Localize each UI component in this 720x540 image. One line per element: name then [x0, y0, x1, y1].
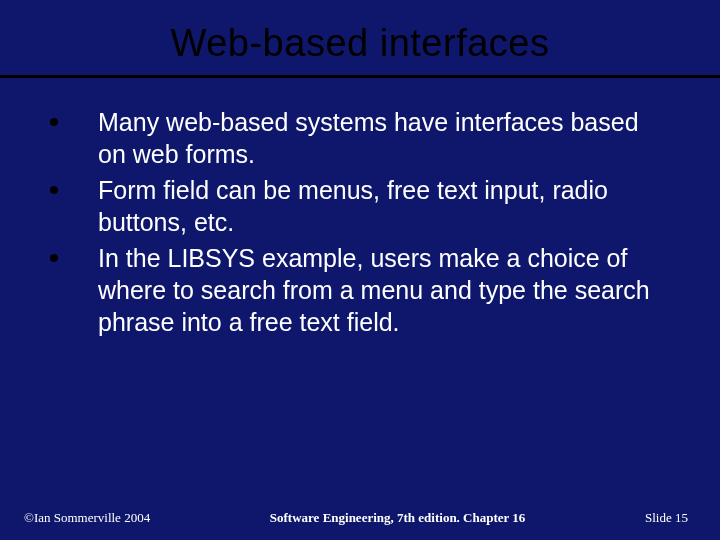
bullet-text: In the LIBSYS example, users make a choi…: [98, 242, 670, 338]
slide-body: Many web-based systems have interfaces b…: [0, 78, 720, 338]
title-area: Web-based interfaces: [0, 0, 720, 65]
list-item: Many web-based systems have interfaces b…: [44, 106, 670, 170]
bullet-icon: [50, 186, 58, 194]
bullet-list: Many web-based systems have interfaces b…: [44, 106, 670, 338]
bullet-text: Many web-based systems have interfaces b…: [98, 106, 670, 170]
list-item: In the LIBSYS example, users make a choi…: [44, 242, 670, 338]
bullet-text: Form field can be menus, free text input…: [98, 174, 670, 238]
footer-slide-num: 15: [675, 510, 688, 525]
footer-copyright: ©Ian Sommerville 2004: [24, 510, 150, 526]
footer-slide-number: Slide 15: [645, 510, 688, 526]
slide: Web-based interfaces Many web-based syst…: [0, 0, 720, 540]
bullet-icon: [50, 254, 58, 262]
slide-title: Web-based interfaces: [0, 22, 720, 65]
list-item: Form field can be menus, free text input…: [44, 174, 670, 238]
footer-slide-label: Slide: [645, 510, 672, 525]
footer-book-title: Software Engineering, 7th edition. Chapt…: [270, 510, 526, 526]
bullet-icon: [50, 118, 58, 126]
footer: ©Ian Sommerville 2004 Software Engineeri…: [0, 510, 720, 526]
